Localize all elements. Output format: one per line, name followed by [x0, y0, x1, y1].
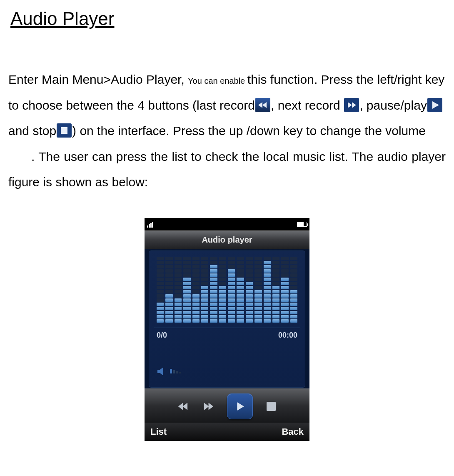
phone-screen: Audio player 0/0 00:00	[145, 218, 309, 441]
speaker-icon	[157, 366, 167, 376]
softkey-bar: List Back	[145, 423, 309, 441]
text-small: You can enable	[188, 76, 247, 85]
volume-indicator	[157, 366, 181, 376]
instruction-paragraph-1: Enter Main Menu>Audio Player, You can en…	[8, 67, 446, 144]
divider	[154, 328, 300, 328]
counters-row: 0/0 00:00	[157, 331, 297, 340]
app-title-bar: Audio player	[145, 230, 309, 249]
softkey-back[interactable]: Back	[282, 426, 304, 437]
track-index: 0/0	[157, 331, 167, 340]
text: Enter Main Menu>Audio Player,	[8, 73, 188, 86]
play-button[interactable]	[227, 393, 253, 419]
elapsed-time: 00:00	[278, 331, 297, 340]
stop-button[interactable]	[264, 399, 279, 414]
svg-marker-13	[178, 403, 183, 410]
last-record-icon	[255, 95, 270, 109]
svg-marker-12	[183, 403, 187, 410]
audio-player-figure: Audio player 0/0 00:00	[8, 218, 446, 441]
text: , next record	[271, 98, 340, 112]
text: ) on the interface. Press the up /down k…	[72, 124, 426, 138]
next-button[interactable]	[201, 399, 216, 414]
page-title: Audio Player	[10, 8, 446, 29]
text: and stop	[8, 124, 56, 138]
text: , pause/play	[359, 98, 427, 112]
instruction-paragraph-2: . The user can press the list to check t…	[8, 144, 446, 195]
prev-button[interactable]	[175, 399, 190, 414]
next-record-icon	[344, 95, 359, 109]
battery-icon	[297, 222, 307, 227]
svg-marker-16	[237, 402, 244, 411]
player-panel: 0/0 00:00	[149, 251, 305, 388]
softkey-list[interactable]: List	[150, 426, 167, 437]
stop-icon	[57, 120, 72, 135]
controls-bar	[145, 388, 309, 424]
volume-bars	[170, 369, 181, 373]
svg-rect-10	[61, 127, 67, 134]
signal-icon	[147, 221, 153, 228]
svg-marker-14	[204, 403, 209, 410]
play-icon	[427, 95, 442, 109]
status-bar	[145, 218, 309, 230]
svg-marker-15	[209, 403, 213, 410]
equalizer	[157, 258, 297, 323]
svg-marker-11	[157, 367, 163, 376]
